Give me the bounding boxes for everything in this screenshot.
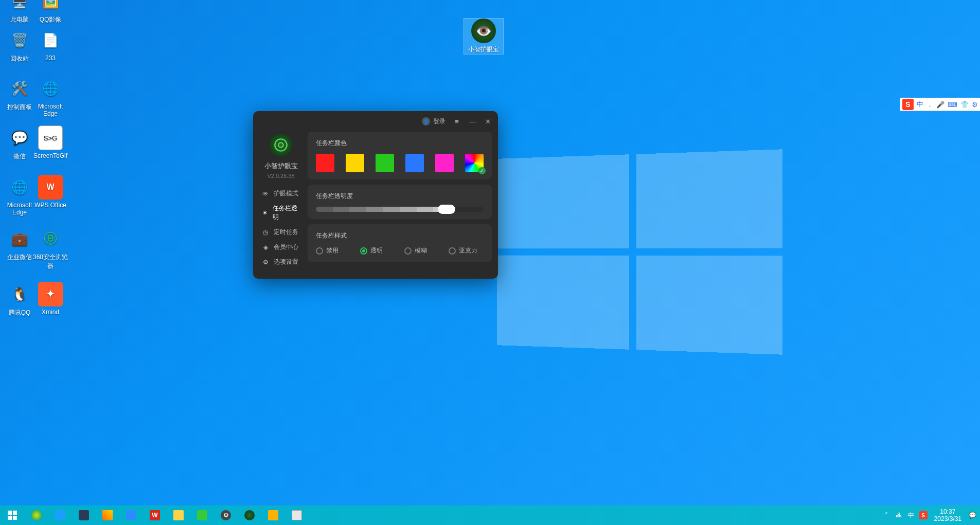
radio-dot xyxy=(404,247,412,255)
panel-title: 任务栏透明度 xyxy=(316,192,484,201)
panel-taskbar-color: 任务栏颜色 ✓ xyxy=(308,132,492,179)
taskbar-app-7[interactable] xyxy=(167,505,190,525)
color-swatch-magenta[interactable] xyxy=(435,154,454,172)
nav-label: 选项设置 xyxy=(274,258,298,266)
radio-label: 模糊 xyxy=(415,246,427,255)
login-label: 登录 xyxy=(433,117,446,126)
desktop-icon-233[interactable]: 📄 233 xyxy=(31,28,70,62)
desktop-icon-screentogif[interactable]: S>G ScreenToGif xyxy=(31,125,70,159)
diamond-icon: ◈ xyxy=(261,243,270,251)
menu-icon: ≡ xyxy=(455,118,459,125)
sidebar: 小智护眼宝 V2.0.26.38 👁 护眼模式 ✶ 任务栏透明 ◷ 定时任务 ◈… xyxy=(259,132,302,273)
taskbar-app-10[interactable] xyxy=(238,505,261,525)
avatar-icon: 👤 xyxy=(422,117,430,125)
color-swatch-green[interactable] xyxy=(376,154,394,172)
panel-title: 任务栏颜色 xyxy=(316,139,484,148)
opacity-slider[interactable] xyxy=(316,207,484,212)
eye-icon: 👁 xyxy=(261,190,270,198)
ime-keyboard-icon[interactable]: ⌨ xyxy=(948,101,957,108)
tray-sogou-icon[interactable]: S xyxy=(918,505,929,525)
color-swatch-custom[interactable]: ✓ xyxy=(465,154,484,172)
icon-label: ScreenToGif xyxy=(31,152,70,159)
taskbar-app-3[interactable] xyxy=(72,505,96,525)
taskbar-app-2[interactable] xyxy=(48,505,72,525)
panel-title: 任务栏样式 xyxy=(316,231,484,240)
taskbar: W ⚙ ˄ 🖧 中 S 10:37 2023/3/31 💬 xyxy=(0,505,980,525)
sparkle-icon: ✶ xyxy=(261,209,269,217)
minimize-button[interactable]: — xyxy=(468,118,476,125)
tray-chevron-up-icon[interactable]: ˄ xyxy=(881,505,892,525)
taskbar-app-11[interactable] xyxy=(261,505,285,525)
nav-scheduled[interactable]: ◷ 定时任务 xyxy=(259,225,302,240)
desktop-icon-edge[interactable]: 🌐 Microsoft Edge xyxy=(31,76,70,117)
icon-label: QQ影像 xyxy=(31,15,70,24)
close-button[interactable]: ✕ xyxy=(484,118,492,125)
radio-disable[interactable]: 禁用 xyxy=(316,246,338,255)
sogou-logo-icon: S xyxy=(902,99,914,110)
desktop-icon-wps[interactable]: W WPS Office xyxy=(31,175,70,209)
nav-member[interactable]: ◈ 会员中心 xyxy=(259,240,302,255)
icon-label: WPS Office xyxy=(31,202,70,209)
check-icon: ✓ xyxy=(478,167,486,174)
close-icon: ✕ xyxy=(485,118,491,125)
taskbar-app-4[interactable] xyxy=(96,505,119,525)
clock-date: 2023/3/31 xyxy=(934,515,961,522)
title-bar: 👤 登录 ≡ — ✕ xyxy=(253,111,498,132)
radio-dot xyxy=(449,247,456,255)
desktop-icon-xmind[interactable]: ✦ Xmind xyxy=(31,282,70,316)
start-button[interactable] xyxy=(0,505,25,525)
radio-blur[interactable]: 模糊 xyxy=(404,246,427,255)
taskbar-app-5[interactable] xyxy=(119,505,143,525)
icon-label: 360安全浏览器 xyxy=(31,253,70,270)
desktop-icon-qq-image[interactable]: 🖼️ QQ影像 xyxy=(31,0,70,24)
taskbar-app-8[interactable] xyxy=(190,505,214,525)
ime-skin-icon[interactable]: 👕 xyxy=(960,101,969,108)
app-window: 👤 登录 ≡ — ✕ 小智护眼宝 V2.0.26.38 xyxy=(253,111,498,279)
taskbar-app-1[interactable] xyxy=(25,505,48,525)
ime-mic-icon[interactable]: 🎤 xyxy=(936,101,945,108)
ime-toolbar[interactable]: S 中 ， 🎤 ⌨ 👕 ⚙ xyxy=(900,98,980,111)
nav-options[interactable]: ⚙ 选项设置 xyxy=(259,255,302,269)
radio-dot xyxy=(316,247,323,255)
color-swatch-yellow[interactable] xyxy=(346,154,364,172)
color-swatch-red[interactable] xyxy=(316,154,334,172)
nav-eye-mode[interactable]: 👁 护眼模式 xyxy=(259,186,302,201)
radio-acrylic[interactable]: 亚克力 xyxy=(449,246,477,255)
app-version: V2.0.26.38 xyxy=(267,173,294,179)
radio-transparent[interactable]: 透明 xyxy=(360,246,383,255)
tray-notifications-icon[interactable]: 💬 xyxy=(967,505,978,525)
taskbar-clock[interactable]: 10:37 2023/3/31 xyxy=(930,508,966,523)
nav-label: 护眼模式 xyxy=(274,189,298,198)
taskbar-app-6[interactable]: W xyxy=(143,505,167,525)
icon-label: Microsoft Edge xyxy=(31,103,70,117)
panel-taskbar-style: 任务栏样式 禁用 透明 模糊 xyxy=(308,224,492,262)
tray-ime-lang[interactable]: 中 xyxy=(905,505,917,525)
panel-taskbar-opacity: 任务栏透明度 xyxy=(308,185,492,219)
nav-taskbar-transparent[interactable]: ✶ 任务栏透明 xyxy=(259,201,302,225)
radio-dot xyxy=(360,247,367,255)
taskbar-app-12[interactable] xyxy=(285,505,309,525)
ime-lang[interactable]: 中 xyxy=(917,100,923,109)
clock-icon: ◷ xyxy=(261,228,270,237)
ime-settings-icon[interactable]: ⚙ xyxy=(972,101,978,108)
nav-label: 任务栏透明 xyxy=(273,204,300,222)
icon-label: 小智护眼宝 xyxy=(464,45,503,54)
slider-thumb[interactable] xyxy=(438,205,455,214)
gear-icon: ⚙ xyxy=(261,258,270,266)
app-name: 小智护眼宝 xyxy=(264,161,298,171)
desktop-icon-360-browser[interactable]: ⓔ 360安全浏览器 xyxy=(31,226,70,270)
desktop-icon-eyecare[interactable]: 👁️ 小智护眼宝 xyxy=(464,19,503,54)
icon-label: Xmind xyxy=(31,309,70,316)
icon-label: 233 xyxy=(31,55,70,62)
tray-network-icon[interactable]: 🖧 xyxy=(893,505,904,525)
login-button[interactable]: 👤 登录 xyxy=(422,117,446,126)
svg-point-0 xyxy=(278,142,283,147)
minimize-icon: — xyxy=(469,118,476,125)
menu-button[interactable]: ≡ xyxy=(453,118,461,125)
ime-punct[interactable]: ， xyxy=(926,100,933,109)
radio-label: 透明 xyxy=(370,246,383,255)
app-logo xyxy=(270,134,292,156)
color-swatch-blue[interactable] xyxy=(405,154,424,172)
taskbar-app-9[interactable]: ⚙ xyxy=(214,505,238,525)
windows-icon xyxy=(8,511,17,520)
